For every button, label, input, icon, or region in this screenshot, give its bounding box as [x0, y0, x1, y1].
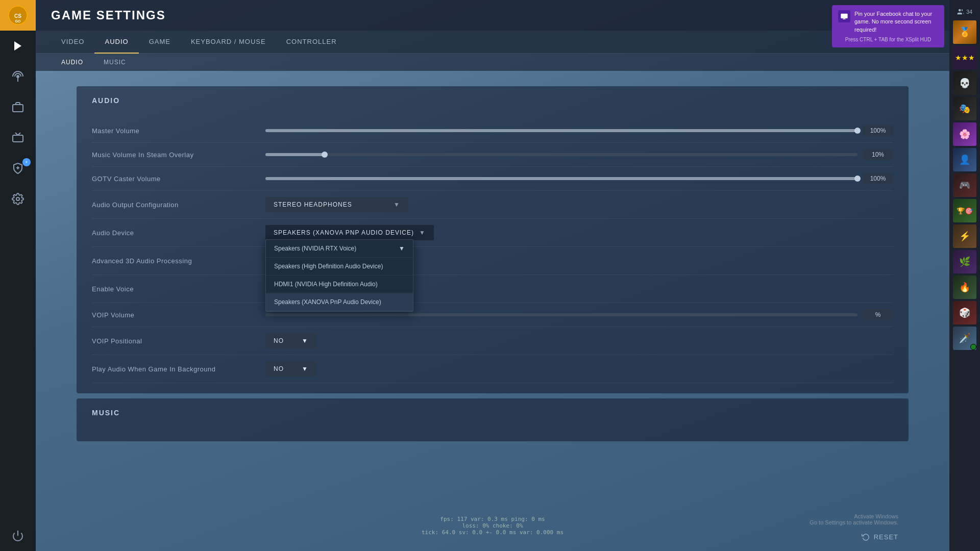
shield-badge: +	[22, 158, 31, 166]
debug-line1: fps: 117 var: 0.3 ms ping: 0 ms	[422, 516, 564, 522]
shield-sidebar-icon[interactable]: +	[0, 153, 36, 184]
avatar-11[interactable]: 🗡️	[953, 327, 976, 350]
enable-voice-row: Enable Voice ▼	[92, 275, 893, 303]
master-volume-value: 100%	[863, 125, 893, 136]
settings-sidebar-icon[interactable]	[0, 184, 36, 214]
avatar-stars[interactable]: ★★★	[953, 46, 976, 69]
main-content: GAME SETTINGS Video Audio Game Keyboard …	[36, 0, 949, 551]
master-volume-row: Master Volume 100%	[92, 119, 893, 143]
audio-device-value: SPEAKERS (XANOVA PNP AUDIO DEVICE)	[274, 229, 414, 236]
audio-device-control: SPEAKERS (XANOVA PNP AUDIO DEVICE) ▼ Spe…	[265, 225, 893, 240]
audio-section-title: Audio	[92, 96, 893, 109]
audio-device-dropdown[interactable]: SPEAKERS (XANOVA PNP AUDIO DEVICE) ▼	[265, 225, 434, 240]
tab-video[interactable]: Video	[51, 31, 94, 54]
voip-positional-control: NO ▼	[265, 333, 893, 348]
notification-footer: Press CTRL + TAB for the XSplit HUD	[838, 37, 938, 42]
svg-rect-12	[841, 14, 847, 18]
antenna-sidebar-icon[interactable]	[0, 61, 36, 92]
audio-output-row: Audio Output Configuration STEREO HEADPH…	[92, 191, 893, 219]
audio-output-control: STEREO HEADPHONES ▼	[265, 197, 893, 212]
sub-tabs: Audio Music	[36, 54, 949, 71]
subtab-audio[interactable]: Audio	[51, 54, 93, 71]
sidebar: CS GO +	[0, 0, 36, 551]
avatar-10[interactable]: 🎲	[953, 301, 976, 324]
audio-output-arrow: ▼	[394, 201, 400, 208]
audio-device-arrow: ▼	[419, 229, 426, 236]
music-settings-panel: Music	[77, 398, 909, 441]
gotv-volume-slider[interactable]	[265, 177, 857, 180]
music-volume-slider[interactable]	[265, 153, 857, 156]
subtab-music[interactable]: Music	[93, 54, 136, 71]
play-audio-bg-value: NO	[274, 365, 284, 372]
gotv-volume-control: 100%	[265, 173, 893, 184]
audio-device-option-2[interactable]: HDMI1 (NVIDIA High Definition Audio)	[266, 276, 413, 293]
master-volume-label: Master Volume	[92, 127, 265, 135]
avatar-2[interactable]: 🎭	[953, 97, 976, 120]
master-volume-slider[interactable]	[265, 129, 857, 132]
csgo-logo[interactable]: CS GO	[0, 0, 36, 31]
tab-game[interactable]: Game	[139, 31, 181, 54]
play-audio-bg-label: Play Audio When Game In Background	[92, 365, 265, 373]
tab-keyboard-mouse[interactable]: Keyboard / Mouse	[181, 31, 276, 54]
reset-label: RESET	[874, 533, 898, 541]
voip-volume-label: VOIP Volume	[92, 311, 265, 319]
audio-device-option-1[interactable]: Speakers (High Definition Audio Device)	[266, 258, 413, 276]
debug-line3: tick: 64.0 sv: 0.0 +- 0.0 ms var: 0.000 …	[422, 529, 564, 536]
tab-controller[interactable]: Controller	[276, 31, 347, 54]
audio-device-menu: Speakers (NVIDIA RTX Voice) ▼ Speakers (…	[265, 239, 413, 312]
avatar-8[interactable]: 🌿	[953, 250, 976, 273]
avatar-4[interactable]: 👤	[953, 148, 976, 171]
svg-text:CS: CS	[14, 13, 21, 19]
play-sidebar-icon[interactable]	[0, 31, 36, 61]
svg-marker-3	[14, 41, 21, 51]
avatar-7[interactable]: ⚡	[953, 224, 976, 248]
voip-positional-select[interactable]: NO ▼	[265, 333, 316, 348]
svg-text:GO: GO	[15, 19, 21, 23]
audio-output-dropdown[interactable]: STEREO HEADPHONES ▼	[265, 197, 408, 212]
avatar-6[interactable]: 🏆🎯	[953, 199, 976, 222]
music-volume-label: Music Volume In Steam Overlay	[92, 151, 265, 159]
avatar-9[interactable]: 🔥	[953, 276, 976, 299]
friend-count-value: 34	[966, 9, 972, 15]
reset-button[interactable]: RESET	[862, 533, 898, 541]
audio-device-option-3[interactable]: Speakers (XANOVA PnP Audio Device)	[266, 293, 413, 311]
gotv-volume-row: GOTV Caster Volume 100%	[92, 167, 893, 191]
play-audio-bg-row: Play Audio When Game In Background NO ▼	[92, 355, 893, 383]
nav-tabs: Video Audio Game Keyboard / Mouse Contro…	[36, 31, 949, 54]
avatar-3[interactable]: 🌸	[953, 122, 976, 146]
voip-volume-slider[interactable]	[265, 313, 857, 316]
briefcase-sidebar-icon[interactable]	[0, 92, 36, 122]
debug-line2: loss: 0% choke: 0%	[422, 522, 564, 529]
xsplit-notification: Pin your Facebook chat to your game. No …	[832, 5, 944, 47]
audio-settings-panel: Audio Master Volume 100% Music Volume In	[77, 86, 909, 393]
audio-device-option-0[interactable]: Speakers (NVIDIA RTX Voice) ▼	[266, 240, 413, 258]
friends-icon	[957, 8, 964, 15]
audio-device-row: Audio Device SPEAKERS (XANOVA PNP AUDIO …	[92, 219, 893, 247]
master-volume-control: 100%	[265, 125, 893, 136]
gotv-volume-label: GOTV Caster Volume	[92, 175, 265, 183]
avatar-1[interactable]: 💀	[953, 71, 976, 95]
friends-panel: Pin your Facebook chat to your game. No …	[949, 0, 980, 551]
debug-overlay: fps: 117 var: 0.3 ms ping: 0 ms loss: 0%…	[422, 516, 564, 536]
svg-rect-6	[13, 105, 23, 112]
avatar-5[interactable]: 🎮	[953, 173, 976, 197]
power-sidebar-icon[interactable]	[0, 520, 36, 551]
svg-rect-7	[13, 135, 23, 142]
advanced-3d-label: Advanced 3D Audio Processing	[92, 257, 265, 265]
voip-positional-value: NO	[274, 337, 284, 344]
tab-audio[interactable]: Audio	[94, 31, 138, 54]
svg-point-10	[16, 197, 19, 201]
audio-device-label: Audio Device	[92, 229, 265, 237]
notification-text: Pin your Facebook chat to your game. No …	[854, 10, 938, 34]
content-area: Audio Master Volume 100% Music Volume In	[36, 71, 949, 551]
header: GAME SETTINGS	[36, 0, 949, 31]
reset-icon	[862, 533, 870, 541]
tv-sidebar-icon[interactable]	[0, 122, 36, 153]
play-audio-bg-select[interactable]: NO ▼	[265, 361, 316, 377]
audio-output-value: STEREO HEADPHONES	[274, 201, 352, 208]
gotv-volume-value: 100%	[863, 173, 893, 184]
activate-windows-notice: Activate Windows Go to Settings to activ…	[810, 513, 898, 525]
xsplit-icon	[838, 10, 850, 22]
music-volume-control: 10%	[265, 149, 893, 160]
avatar-rank-gold[interactable]: 🏅	[953, 20, 976, 44]
